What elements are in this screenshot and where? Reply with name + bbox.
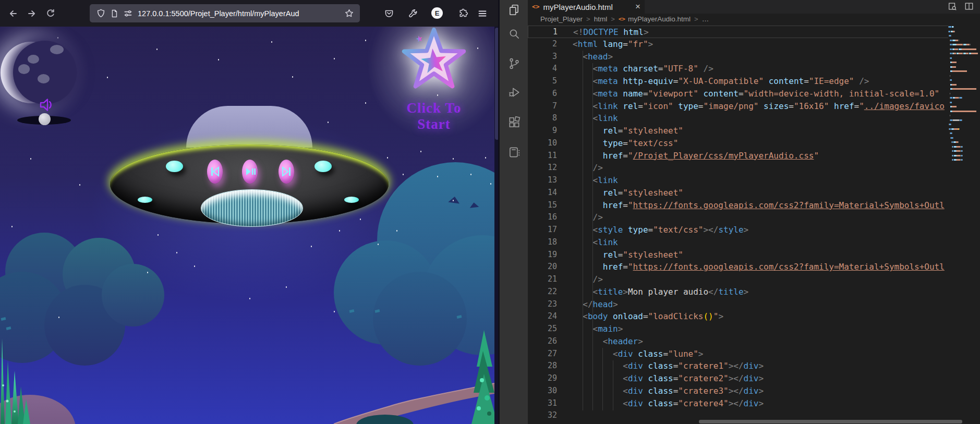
code-line[interactable]: 8 <link [528, 112, 980, 125]
sidebar-item-search[interactable] [507, 27, 521, 41]
star-dot [158, 234, 159, 236]
breadcrumb-item[interactable]: Projet_Player [540, 15, 583, 23]
volume-slider-thumb[interactable] [39, 113, 51, 125]
line-number: 4 [528, 63, 557, 75]
code-line[interactable]: 4 <meta charset="UTF-8" /> [528, 63, 980, 75]
back-button[interactable] [6, 7, 20, 20]
notebook-icon [507, 146, 521, 159]
code-line[interactable]: 14 rel="stylesheet" [528, 187, 980, 199]
code-line[interactable]: 11 href="/Projet_Player/css/myPlayerAudi… [528, 150, 980, 162]
code-line[interactable]: 17 <style type="text/css"></style> [528, 224, 980, 236]
code-line[interactable]: 27 <div class="lune"> [528, 348, 980, 360]
breadcrumb-item[interactable]: html [594, 15, 608, 23]
code-line[interactable]: 6 <meta name="viewport" content="width=d… [528, 88, 980, 100]
code-line[interactable]: 28 <div class="cratere1"></div> [528, 360, 980, 372]
code-line[interactable]: 13 <link [528, 174, 980, 187]
permission-sliders-icon[interactable] [121, 7, 135, 20]
menu-button[interactable] [475, 6, 490, 21]
split-editor-button[interactable] [964, 2, 974, 13]
code-line[interactable]: 18 <link [528, 236, 980, 249]
chevron-right-icon: > [611, 15, 615, 23]
minimap-line [948, 44, 980, 45]
bookmark-star-icon[interactable] [342, 7, 356, 20]
code-line[interactable]: 22 <title>Mon player audio</title> [528, 286, 980, 298]
url-bar[interactable]: 127.0.0.1:5500/Projet_Player/html/myPlay… [90, 4, 360, 22]
line-number: 32 [528, 409, 557, 422]
horizontal-scrollbar-thumb[interactable] [699, 420, 962, 423]
code-line[interactable]: 1<!DOCTYPE html> [528, 26, 980, 38]
reload-button[interactable] [44, 7, 57, 20]
tab-myplayeraudio[interactable]: <> myPlayerAudio.html × [528, 0, 645, 14]
code-line[interactable]: 12 /> [528, 162, 980, 174]
star-dot [453, 200, 454, 201]
code-line[interactable]: 21 /> [528, 273, 980, 286]
code-line[interactable]: 31 <div class="cratere4"></div> [528, 397, 980, 410]
code-line[interactable]: 9 rel="stylesheet" [528, 125, 980, 137]
previous-track-button[interactable] [207, 160, 223, 184]
tab-close-icon[interactable]: × [635, 2, 640, 12]
star-dot [339, 230, 340, 232]
sidebar-item-extensions[interactable] [507, 115, 521, 129]
breadcrumb-item[interactable]: … [702, 15, 709, 23]
search-editor-button[interactable] [948, 2, 957, 13]
extensions-icon [507, 115, 521, 129]
breadcrumb-item[interactable]: myPlayerAudio.html [628, 15, 691, 23]
code-line[interactable]: 7 <link rel="icon" type="image/png" size… [528, 100, 980, 113]
forward-button[interactable] [25, 7, 39, 20]
next-track-button[interactable] [279, 160, 294, 184]
sidebar-item-explorer[interactable] [507, 3, 521, 17]
play-pause-button[interactable] [242, 160, 258, 184]
extensions-button[interactable] [456, 6, 470, 21]
code-editor[interactable]: 1<!DOCTYPE html>2<html lang="fr">3 <head… [528, 24, 980, 424]
page-info-icon[interactable] [107, 7, 121, 20]
volume-speaker-icon[interactable] [39, 98, 54, 112]
minimap-line [948, 40, 980, 41]
code-line[interactable]: 25 <main> [528, 323, 980, 335]
ufo-light [344, 197, 359, 203]
line-number: 14 [528, 187, 557, 199]
code-line[interactable]: 10 type="text/css" [528, 137, 980, 150]
line-number: 10 [528, 137, 557, 150]
sidebar-item-notebook[interactable] [507, 145, 521, 159]
code-line[interactable]: 24 <body onload="loadClicks()"> [528, 310, 980, 323]
star-dot [292, 76, 293, 78]
code-line[interactable]: 30 <div class="cratere3"></div> [528, 385, 980, 397]
code-line[interactable]: 15 href="https://fonts.googleapis.com/cs… [528, 199, 980, 212]
code-line[interactable]: 2<html lang="fr"> [528, 38, 980, 51]
star-dot [403, 174, 404, 175]
code-line[interactable]: 20 href="https://fonts.googleapis.com/cs… [528, 261, 980, 273]
minimap-line [948, 155, 980, 156]
code-line[interactable]: 16 /> [528, 211, 980, 224]
debug-play-icon [507, 86, 521, 99]
sidebar-item-run-debug[interactable] [507, 85, 521, 99]
code-line[interactable]: 26 <header> [528, 335, 980, 348]
minimap-line [948, 132, 980, 134]
code-line[interactable]: 23 </head> [528, 298, 980, 311]
webpage-night-sky: Click To Start [0, 27, 494, 424]
code-line[interactable]: 19 rel="stylesheet" [528, 249, 980, 261]
url-fade [325, 6, 341, 20]
star-dot [328, 122, 329, 123]
star-dot [147, 272, 148, 273]
developer-tools-button[interactable] [406, 6, 420, 21]
url-text[interactable]: 127.0.0.1:5500/Projet_Player/html/myPlay… [138, 9, 342, 18]
code-line[interactable]: 29 <div class="cratere2"></div> [528, 372, 980, 385]
minimap[interactable] [948, 24, 980, 186]
moon-crater [50, 45, 64, 54]
ufo-dome [186, 106, 312, 148]
sidebar-item-source-control[interactable] [507, 56, 521, 70]
pocket-button[interactable] [382, 6, 396, 21]
extension-badge-button[interactable]: E [431, 7, 443, 19]
click-to-start-star[interactable]: Click To Start [390, 27, 478, 123]
code-line[interactable]: 5 <meta http-equiv="X-UA-Compatible" con… [528, 75, 980, 88]
click-to-start-text[interactable]: Click To Start [390, 100, 478, 132]
code-line[interactable]: 3 <head> [528, 51, 980, 63]
line-number: 21 [528, 273, 557, 286]
minimap-line [948, 115, 980, 116]
shield-icon[interactable] [94, 7, 107, 20]
moon-crescent [0, 33, 110, 122]
line-number: 27 [528, 348, 557, 360]
line-number: 28 [528, 360, 557, 372]
editor-area: <> myPlayerAudio.html × Projet_Player > … [528, 0, 980, 424]
ufo-light [138, 197, 152, 203]
